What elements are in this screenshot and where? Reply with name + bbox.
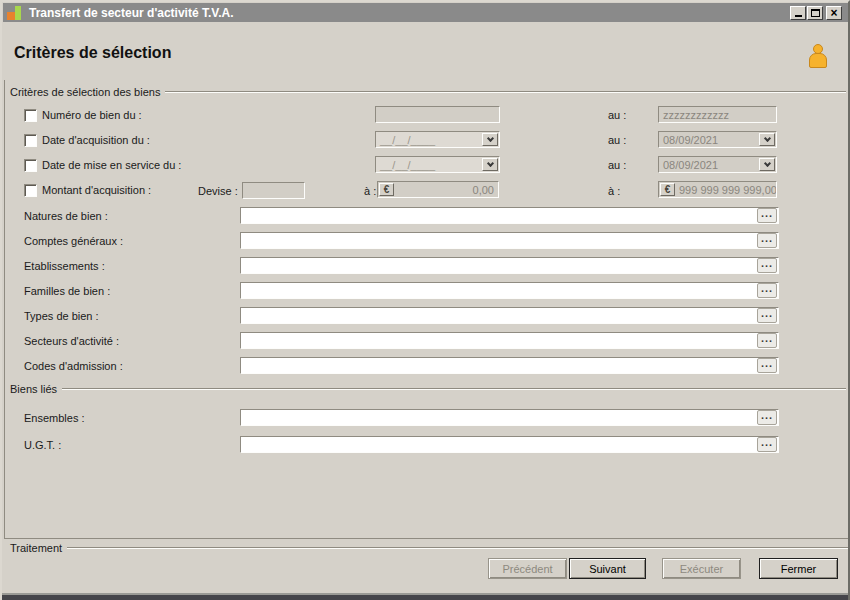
label-natures-de-bien: Natures de bien : xyxy=(24,210,108,222)
window-title: Transfert de secteur d'activité T.V.A. xyxy=(29,5,789,20)
euro-button: € xyxy=(379,183,394,196)
user-icon[interactable] xyxy=(806,44,830,72)
maximize-icon xyxy=(811,9,820,17)
chevron-down-icon xyxy=(486,134,493,141)
group-processing-title: Traitement xyxy=(10,542,62,554)
dropdown-button xyxy=(759,158,775,171)
ellipsis-icon: ... xyxy=(761,413,773,417)
input-montant-to: € 999 999 999 999,00 xyxy=(658,181,777,198)
app-icon-green-bar xyxy=(15,6,21,20)
precedent-button: Précédent xyxy=(488,558,567,579)
window-bottom-edge xyxy=(2,593,848,600)
browse-button[interactable]: ... xyxy=(757,208,777,223)
ellipsis-icon: ... xyxy=(761,261,773,265)
checkbox-date-acquisition[interactable] xyxy=(24,134,37,147)
input-natures-de-bien[interactable]: ... xyxy=(240,207,779,224)
label-montant-a-to: à : xyxy=(608,185,620,197)
label-numero-de-bien: Numéro de bien du : xyxy=(42,109,142,121)
title-bar: Transfert de secteur d'activité T.V.A. × xyxy=(3,3,848,22)
label-date-service-au: au : xyxy=(608,159,626,171)
checkbox-date-service[interactable] xyxy=(24,159,37,172)
euro-button: € xyxy=(660,183,675,196)
combo-date-service-to: 08/09/2021 xyxy=(658,156,777,173)
label-montant-acquisition: Montant d'acquisition : xyxy=(42,184,151,196)
ellipsis-icon: ... xyxy=(761,286,773,290)
label-date-acquisition: Date d'acquisition du : xyxy=(42,134,150,146)
browse-button[interactable]: ... xyxy=(757,283,777,298)
chevron-down-icon xyxy=(763,134,770,141)
input-comptes-generaux[interactable]: ... xyxy=(240,232,779,249)
executer-button: Exécuter xyxy=(662,558,741,579)
checkbox-numero-de-bien[interactable] xyxy=(24,109,37,122)
label-ugt: U.G.T. : xyxy=(24,439,61,451)
chevron-down-icon xyxy=(763,159,770,166)
combo-date-acquisition-from: __/__/____ xyxy=(375,131,500,148)
input-codes-admission[interactable]: ... xyxy=(240,357,779,374)
suivant-button[interactable]: Suivant xyxy=(569,558,646,579)
group-linked-header: Biens liés xyxy=(10,383,846,395)
browse-button[interactable]: ... xyxy=(757,308,777,323)
group-linked-title: Biens liés xyxy=(10,383,57,395)
label-numero-au: au : xyxy=(608,109,626,121)
label-date-acquisition-au: au : xyxy=(608,134,626,146)
group-selection-header: Critères de sélection des biens xyxy=(10,86,846,98)
group-selection-rule xyxy=(165,91,846,93)
window-controls: × xyxy=(789,6,842,20)
label-date-service: Date de mise en service du : xyxy=(42,159,181,171)
input-numero-from xyxy=(375,106,500,123)
dropdown-button xyxy=(482,158,498,171)
ellipsis-icon: ... xyxy=(761,311,773,315)
ellipsis-icon: ... xyxy=(761,440,773,444)
browse-button[interactable]: ... xyxy=(757,437,777,452)
browse-button[interactable]: ... xyxy=(757,333,777,348)
input-familles-de-bien[interactable]: ... xyxy=(240,282,779,299)
app-icon-orange-square xyxy=(7,12,15,20)
fermer-button[interactable]: Fermer xyxy=(759,558,838,579)
close-icon: × xyxy=(830,8,837,18)
label-ensembles: Ensembles : xyxy=(24,412,85,424)
label-codes-admission: Codes d'admission : xyxy=(24,360,123,372)
group-selection-title: Critères de sélection des biens xyxy=(10,86,160,98)
group-processing-header: Traitement xyxy=(10,542,849,554)
dropdown-button xyxy=(482,133,498,146)
input-ensembles[interactable]: ... xyxy=(240,409,779,426)
input-etablissements[interactable]: ... xyxy=(240,257,779,274)
label-etablissements: Etablissements : xyxy=(24,260,105,272)
browse-button[interactable]: ... xyxy=(757,233,777,248)
checkbox-montant-acquisition[interactable] xyxy=(24,184,37,197)
input-types-de-bien[interactable]: ... xyxy=(240,307,779,324)
user-icon-body xyxy=(809,53,827,68)
input-devise xyxy=(242,182,305,199)
ellipsis-icon: ... xyxy=(761,211,773,215)
browse-button[interactable]: ... xyxy=(757,410,777,425)
minimize-button[interactable] xyxy=(790,6,806,20)
label-secteurs-activite: Secteurs d'activité : xyxy=(24,335,119,347)
ellipsis-icon: ... xyxy=(761,361,773,365)
dialog-window: Transfert de secteur d'activité T.V.A. ×… xyxy=(0,0,850,600)
app-icon xyxy=(7,6,23,21)
input-numero-to: zzzzzzzzzzzz xyxy=(658,106,777,123)
close-button[interactable]: × xyxy=(826,6,842,20)
input-ugt[interactable]: ... xyxy=(240,436,779,453)
combo-date-acquisition-to: 08/09/2021 xyxy=(658,131,777,148)
combo-date-service-from: __/__/____ xyxy=(375,156,500,173)
group-linked-rule xyxy=(62,388,846,390)
maximize-button[interactable] xyxy=(807,6,823,20)
browse-button[interactable]: ... xyxy=(757,258,777,273)
dropdown-button xyxy=(759,133,775,146)
browse-button[interactable]: ... xyxy=(757,358,777,373)
label-devise: Devise : xyxy=(198,185,238,197)
group-processing-rule xyxy=(67,547,849,549)
label-montant-a-from: à : xyxy=(364,185,376,197)
label-types-de-bien: Types de bien : xyxy=(24,310,99,322)
chevron-down-icon xyxy=(486,159,493,166)
label-comptes-generaux: Comptes généraux : xyxy=(24,235,123,247)
label-familles-de-bien: Familles de bien : xyxy=(24,285,110,297)
ellipsis-icon: ... xyxy=(761,236,773,240)
input-secteurs-activite[interactable]: ... xyxy=(240,332,779,349)
page-title: Critères de sélection xyxy=(14,44,171,62)
ellipsis-icon: ... xyxy=(761,336,773,340)
input-montant-from: € 0,00 xyxy=(377,181,499,198)
minimize-icon xyxy=(795,15,802,17)
